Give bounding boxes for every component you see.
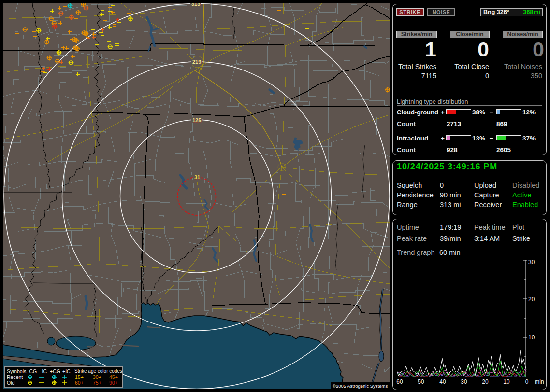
svg-text:20: 20 (482, 378, 489, 385)
svg-text:0: 0 (525, 378, 529, 385)
svg-text:10: 10 (503, 378, 510, 385)
svg-text:60: 60 (396, 378, 403, 385)
svg-text:30: 30 (528, 259, 535, 266)
svg-text:10: 10 (528, 334, 535, 341)
svg-text:min: min (535, 378, 544, 385)
svg-text:40: 40 (439, 378, 446, 385)
svg-text:50: 50 (418, 378, 424, 385)
svg-text:30: 30 (461, 378, 467, 385)
svg-text:20: 20 (528, 296, 535, 303)
